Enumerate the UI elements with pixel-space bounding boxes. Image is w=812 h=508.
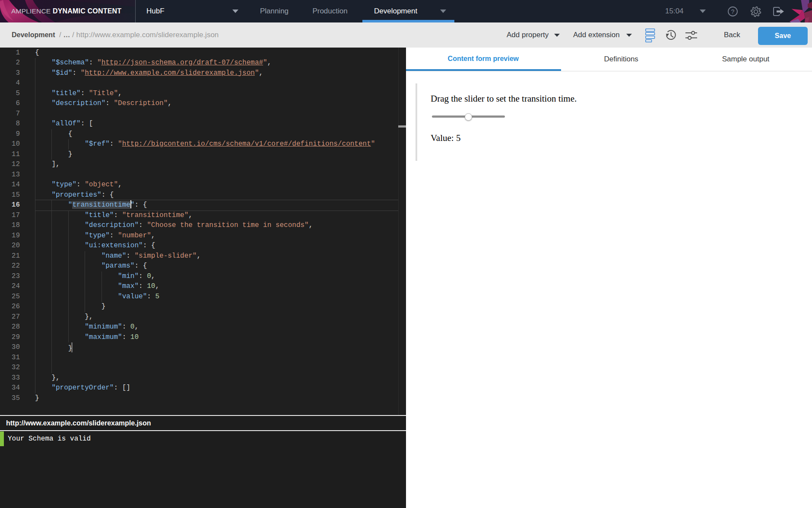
svg-text:?: ? [731, 8, 735, 15]
